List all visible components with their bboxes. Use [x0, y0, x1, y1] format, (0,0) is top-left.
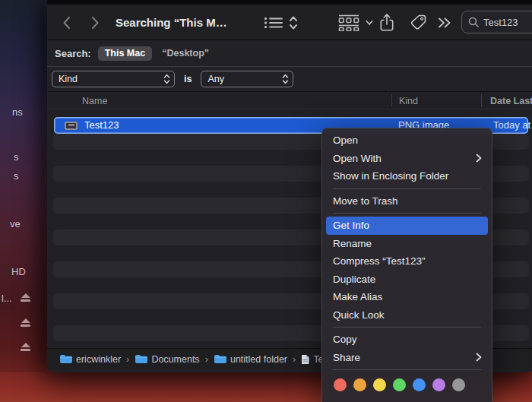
- tag-color-row: [322, 373, 492, 391]
- menu-item-get-info[interactable]: Get Info: [326, 217, 488, 235]
- tag-icon: [410, 14, 427, 31]
- scope-desktop-button[interactable]: “Desktop”: [162, 48, 209, 59]
- menu-item-quick-look[interactable]: Quick Look: [322, 306, 492, 324]
- menu-item-rename[interactable]: Rename: [322, 235, 492, 253]
- tag-dot[interactable]: [353, 378, 366, 391]
- scope-this-mac-button[interactable]: This Mac: [98, 46, 153, 61]
- menu-item-open[interactable]: Open: [322, 131, 492, 150]
- share-icon: [379, 13, 394, 32]
- share-button[interactable]: [379, 5, 394, 40]
- column-headers: Name Kind Date Last: [47, 92, 532, 109]
- menu-item-move-to-trash[interactable]: Move to Trash: [322, 192, 492, 210]
- search-scope-label: Search:: [55, 48, 91, 59]
- column-header-date-last[interactable]: Date Last: [490, 92, 532, 109]
- column-divider[interactable]: [481, 94, 482, 107]
- menu-separator: [333, 213, 481, 214]
- folder-icon: [135, 354, 147, 364]
- search-value: Test123: [483, 17, 518, 28]
- dropdown-stepper-icon: [163, 73, 170, 85]
- menu-separator: [333, 369, 481, 370]
- filter-operator-label: is: [184, 74, 192, 84]
- breadcrumb-separator: ›: [126, 353, 129, 365]
- eject-icon[interactable]: [21, 343, 30, 351]
- breadcrumb-label: Documents: [151, 354, 199, 365]
- file-date: Today at: [493, 119, 530, 131]
- filter-value-dropdown[interactable]: Any: [201, 71, 293, 87]
- menu-separator: [333, 327, 481, 328]
- file-icon: [301, 354, 309, 365]
- chevron-left-icon: [65, 17, 70, 28]
- folder-icon: [214, 354, 226, 364]
- eject-icon[interactable]: [21, 318, 30, 327]
- menu-item-make-alias[interactable]: Make Alias: [322, 288, 492, 306]
- menu-item-open-with[interactable]: Open With: [322, 150, 492, 168]
- chevron-down-icon: [366, 20, 373, 26]
- breadcrumb-separator: ›: [293, 353, 296, 365]
- background-sidebar-item-fragment: HD: [11, 266, 26, 277]
- search-filter-bar: Kind is Any: [47, 67, 532, 92]
- background-sidebar-item-fragment: s: [14, 170, 19, 182]
- context-menu: OpenOpen WithShow in Enclosing FolderMov…: [321, 128, 492, 402]
- window-title: Searching “This M…: [116, 5, 227, 40]
- group-by-button[interactable]: [338, 5, 373, 40]
- chevron-right-icon: [93, 17, 98, 28]
- dropdown-stepper-icon: [282, 73, 289, 85]
- tag-dot[interactable]: [373, 378, 386, 391]
- menu-item-duplicate[interactable]: Duplicate: [322, 271, 492, 289]
- view-mode-stepper[interactable]: [289, 5, 298, 40]
- eject-icon[interactable]: [21, 293, 30, 302]
- column-header-kind[interactable]: Kind: [399, 92, 418, 109]
- folder-icon: [59, 354, 72, 364]
- background-sidebar-item-fragment: ve: [10, 218, 21, 229]
- submenu-arrow-icon: [476, 353, 482, 362]
- column-header-name[interactable]: Name: [82, 92, 107, 109]
- tag-dot[interactable]: [413, 378, 426, 391]
- double-chevron-right-icon: [438, 17, 451, 29]
- submenu-arrow-icon: [476, 154, 482, 163]
- breadcrumb-item[interactable]: untitled folder: [214, 354, 287, 365]
- background-sidebar-item-fragment: s: [14, 151, 19, 163]
- background-sidebar-item-fragment: l...: [2, 293, 12, 304]
- more-toolbar-items-button[interactable]: [438, 5, 451, 40]
- filter-attribute-dropdown[interactable]: Kind: [52, 71, 175, 87]
- breadcrumb-item[interactable]: ericwinkler: [59, 354, 121, 365]
- background-sidebar-item-fragment: ns: [12, 106, 23, 118]
- tag-dot[interactable]: [452, 378, 465, 391]
- breadcrumb-label: untitled folder: [230, 354, 287, 365]
- toolbar: Searching “This M…: [47, 5, 532, 40]
- menu-item-compress-test123[interactable]: Compress “Test123”: [322, 252, 492, 271]
- file-icon: [301, 354, 309, 365]
- search-icon: [468, 17, 479, 27]
- search-scope-bar: Search: This Mac “Desktop”: [47, 40, 532, 67]
- view-as-list-button[interactable]: [264, 5, 283, 40]
- breadcrumb-separator: ›: [205, 353, 208, 365]
- group-icon: [338, 14, 359, 31]
- breadcrumb-item[interactable]: Documents: [135, 354, 199, 365]
- png-file-icon: [65, 122, 78, 130]
- background-window-sidebar: nsssveHDl...: [0, 0, 45, 372]
- back-button[interactable]: [62, 5, 71, 40]
- tag-dot[interactable]: [432, 378, 445, 391]
- forward-button[interactable]: [91, 5, 100, 40]
- folder-icon: [59, 354, 72, 364]
- file-name: Test123: [84, 119, 119, 131]
- menu-separator: [333, 188, 481, 189]
- menu-item-copy[interactable]: Copy: [322, 331, 492, 349]
- list-view-icon: [264, 17, 283, 29]
- tags-button[interactable]: [410, 5, 427, 40]
- folder-icon: [214, 354, 226, 364]
- search-input[interactable]: Test123: [461, 11, 532, 33]
- up-down-chevrons-icon: [289, 15, 298, 30]
- tag-dot[interactable]: [334, 378, 347, 391]
- tag-dot[interactable]: [393, 378, 406, 391]
- menu-item-show-in-enclosing-folder[interactable]: Show in Enclosing Folder: [322, 167, 492, 185]
- menu-item-share[interactable]: Share: [322, 349, 492, 367]
- folder-icon: [135, 354, 147, 364]
- breadcrumb-label: ericwinkler: [76, 354, 121, 365]
- column-divider[interactable]: [391, 94, 392, 107]
